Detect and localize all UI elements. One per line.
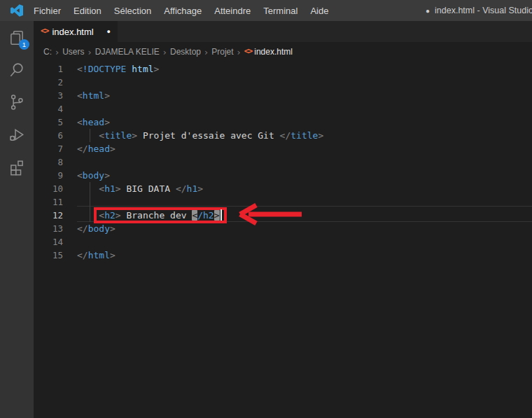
tab-label: index.html xyxy=(52,27,93,37)
code-line-9[interactable]: 9<body> xyxy=(34,169,532,182)
chevron-right-icon: › xyxy=(88,47,92,57)
line-code xyxy=(63,235,77,249)
code-line-2[interactable]: 2 xyxy=(34,76,532,89)
line-code: </html> xyxy=(63,249,115,262)
extensions-icon[interactable] xyxy=(8,158,26,176)
activity-bar: 1 xyxy=(0,21,34,418)
red-box-annotation: <h2> Branche dev </h2> xyxy=(94,207,226,223)
modified-dot-icon[interactable]: ● xyxy=(107,28,111,35)
menu-selection[interactable]: Sélection xyxy=(108,6,158,16)
line-number: 13 xyxy=(34,222,63,235)
line-code xyxy=(63,102,77,116)
line-number: 14 xyxy=(34,235,63,249)
breadcrumb-user[interactable]: DJAMELA KELIE xyxy=(95,47,160,57)
line-code xyxy=(63,155,77,169)
red-arrow-annotation xyxy=(237,201,307,228)
line-number: 2 xyxy=(34,76,63,89)
line-code xyxy=(63,76,77,89)
chevron-right-icon: › xyxy=(163,47,167,57)
menu-atteindre[interactable]: Atteindre xyxy=(208,6,257,16)
tab-bar: <> index.html ● xyxy=(34,21,532,42)
line-code: <html> xyxy=(63,89,110,102)
explorer-icon[interactable]: 1 xyxy=(8,29,26,47)
line-number: 1 xyxy=(34,62,63,76)
line-code: <body> xyxy=(63,169,110,182)
menu-terminal[interactable]: Terminal xyxy=(257,6,304,16)
line-number: 8 xyxy=(34,155,63,169)
chevron-right-icon: › xyxy=(204,47,208,57)
chevron-right-icon: › xyxy=(55,47,59,57)
line-number: 4 xyxy=(34,102,63,116)
menu-edition[interactable]: Edition xyxy=(67,6,108,16)
breadcrumb-projet[interactable]: Projet xyxy=(211,47,233,57)
breadcrumb: C: › Users › DJAMELA KELIE › Desktop › P… xyxy=(34,42,532,62)
editor-area: <> index.html ● C: › Users › DJAMELA KEL… xyxy=(34,21,532,418)
breadcrumb-drive[interactable]: C: xyxy=(43,47,52,57)
line-number: 12 xyxy=(34,209,63,222)
line-number: 10 xyxy=(34,182,63,195)
breadcrumb-desktop[interactable]: Desktop xyxy=(170,47,201,57)
menu-fichier[interactable]: Fichier xyxy=(27,6,67,16)
search-icon[interactable] xyxy=(8,61,26,79)
vscode-logo-icon xyxy=(10,4,23,17)
code-line-14[interactable]: 14 xyxy=(34,235,532,249)
menu-aide[interactable]: Aide xyxy=(304,6,335,16)
code-line-5[interactable]: 5<head> xyxy=(34,116,532,129)
html-file-icon: <> xyxy=(244,46,251,56)
code-line-1[interactable]: 1<!DOCTYPE html> xyxy=(34,62,532,76)
line-code: </body> xyxy=(63,222,115,235)
menu-affichage[interactable]: Affichage xyxy=(158,6,208,16)
source-control-icon[interactable] xyxy=(8,93,26,111)
line-number: 15 xyxy=(34,249,63,262)
window-title: ● index.html - Visual Studio Code xyxy=(426,0,532,21)
run-debug-icon[interactable] xyxy=(8,125,26,144)
code-editor[interactable]: 1<!DOCTYPE html>23<html>45<head>6 <title… xyxy=(34,62,532,418)
line-number: 9 xyxy=(34,169,63,182)
explorer-badge: 1 xyxy=(19,39,29,50)
code-line-6[interactable]: 6 <title> Projet d'essaie avec Git </tit… xyxy=(34,129,532,142)
line-number: 5 xyxy=(34,116,63,129)
html-file-icon: <> xyxy=(41,26,48,36)
code-line-10[interactable]: 10 <h1> BIG DATA </h1> xyxy=(34,182,532,195)
code-line-7[interactable]: 7</head> xyxy=(34,142,532,155)
tab-index-html[interactable]: <> index.html ● xyxy=(34,21,118,42)
line-number: 11 xyxy=(34,195,63,209)
line-code: <title> Projet d'essaie avec Git </title… xyxy=(63,129,323,142)
breadcrumb-users[interactable]: Users xyxy=(62,47,84,57)
code-lines: 1<!DOCTYPE html>23<html>45<head>6 <title… xyxy=(34,62,532,262)
line-code: </head> xyxy=(63,142,115,155)
dirty-dot-title: ● xyxy=(426,7,430,15)
line-code: <h2> Branche dev </h2> xyxy=(63,209,222,222)
code-line-8[interactable]: 8 xyxy=(34,155,532,169)
chevron-right-icon: › xyxy=(237,47,241,57)
line-code: <head> xyxy=(63,116,110,129)
code-line-4[interactable]: 4 xyxy=(34,102,532,116)
line-code: <!DOCTYPE html> xyxy=(63,62,159,76)
title-bar: Fichier Edition Sélection Affichage Atte… xyxy=(0,0,532,21)
line-number: 6 xyxy=(34,129,63,142)
line-number: 3 xyxy=(34,89,63,102)
line-number: 7 xyxy=(34,142,63,155)
line-code: <h1> BIG DATA </h1> xyxy=(63,182,203,195)
code-line-3[interactable]: 3<html> xyxy=(34,89,532,102)
text-cursor xyxy=(220,209,222,221)
line-code xyxy=(63,195,77,209)
breadcrumb-file[interactable]: index.html xyxy=(254,47,293,57)
code-line-15[interactable]: 15</html> xyxy=(34,249,532,262)
